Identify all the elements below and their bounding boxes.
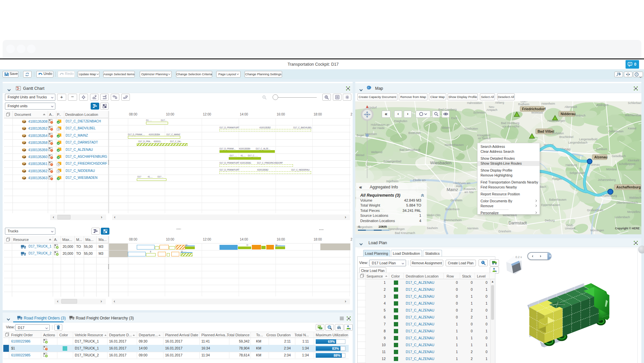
svg-text:Weisel: Weisel [356,153,364,157]
svg-text:Babenhausen: Babenhausen [549,198,567,201]
svg-text:Alzenau: Alzenau [594,155,607,159]
svg-text:Großostheim: Großostheim [587,209,603,212]
svg-text:Johannesberg: Johannesberg [598,178,616,182]
svg-text:Schlierbach: Schlierbach [628,101,641,105]
svg-text:Waldasch: Waldasch [629,196,641,199]
svg-text:der Haide: der Haide [372,126,385,130]
svg-text:Bad Schwalbach: Bad Schwalbach [399,148,421,151]
svg-text:Mömbris: Mömbris [606,168,617,171]
svg-text:Bad Vilbel: Bad Vilbel [538,129,554,133]
svg-text:am Mai: am Mai [464,190,474,194]
svg-text:Holzhausen an: Holzhausen an [371,123,390,126]
svg-text:Schmitten: Schmitten [473,111,486,114]
svg-text:Ingelheim: Ingelheim [386,180,398,183]
svg-text:Altenstadt: Altenstadt [565,105,577,109]
svg-text:Bad Homburg: Bad Homburg [501,121,519,125]
svg-text:Nieder-Olm: Nieder-Olm [426,214,440,217]
svg-text:Obern: Obern [639,189,641,193]
svg-text:Nierstein: Nierstein [467,227,479,230]
svg-text:Langenselbold: Langenselbold [579,138,598,141]
svg-text:Schöllkrippen: Schöllkrippen [619,162,635,166]
svg-text:Langendiebach: Langendiebach [568,141,587,144]
svg-text:Assenheim: Assenheim [541,102,555,105]
svg-text:Rodheim: Rodheim [518,103,529,106]
svg-text:Niedernhausen: Niedernhausen [445,143,464,147]
svg-text:Bogel: Bogel [357,134,364,137]
svg-text:Mespelbru: Mespelbru [627,210,640,214]
svg-text:Wächtersbach: Wächtersbach [625,114,641,117]
svg-text:Bad Kreuznach: Bad Kreuznach [395,231,415,234]
svg-text:Eltville am: Eltville am [413,179,426,182]
svg-text:Airberg: Airberg [495,101,504,104]
svg-text:Anspach: Anspach [486,108,497,112]
svg-text:Copyright © HERE: Copyright © HERE [615,227,640,230]
svg-text:X: X [320,327,322,329]
svg-text:Mommenheim: Mommenheim [444,218,462,222]
svg-text:Kleinkahl: Kleinkahl [628,159,639,162]
svg-text:Nidderau: Nidderau [561,112,576,116]
svg-text:Gelnhausen: Gelnhausen [608,130,624,133]
svg-text:Bodenheim: Bodenheim [445,208,459,211]
svg-text:Büdingen: Büdingen [597,103,608,107]
svg-text:Sprendlingen: Sprendlingen [388,227,405,231]
svg-text:Leidersbach: Leidersbach [615,215,630,219]
svg-text:Esch: Esch [451,116,457,120]
svg-text:vor der Höhe: vor der Höhe [502,125,519,128]
svg-text:Oberbessenbach: Oberbessenbach [617,201,638,204]
svg-text:Friedrichsdorf: Friedrichsdorf [522,107,546,111]
svg-text:Eppertshausen: Eppertshausen [541,203,560,207]
svg-text:Glashütten: Glashütten [464,127,478,130]
svg-text:Mömlingen: Mömlingen [590,229,604,232]
svg-text:Breithardt: Breithardt [408,131,421,135]
svg-text:Kassel: Kassel [628,127,636,130]
svg-text:Somborn: Somborn [596,148,607,151]
svg-text:Himbach: Himbach [574,114,586,117]
svg-text:Ginsheim: Ginsheim [451,199,462,202]
svg-text:Idstein: Idstein [442,126,450,129]
svg-text:Welterod: Welterod [371,150,382,154]
svg-text:Sauheim: Sauheim [427,226,438,230]
svg-text:Aschaffenburg: Aschaffenburg [616,185,641,189]
svg-text:Dieburg: Dieburg [545,219,555,222]
svg-text:Bruchköbel: Bruchköbel [559,135,573,139]
svg-text:Eisighofen: Eisighofen [394,119,407,123]
svg-text:Umstadt: Umstadt [565,227,575,230]
svg-text:Mainz: Mainz [447,187,458,192]
svg-text:Darmstadt: Darmstadt [509,221,527,225]
svg-text:Hahnstätten: Hahnstätten [467,101,482,105]
svg-text:Seligenstadt: Seligenstadt [570,171,585,175]
svg-text:Wiesbaden: Wiesbaden [430,160,452,165]
svg-text:im Taunus: im Taunus [478,137,491,140]
svg-text:Geiselbach: Geiselbach [612,154,626,158]
svg-text:Hei: Hei [639,167,641,170]
svg-text:Griesheim: Griesheim [498,230,511,233]
svg-text:?: ? [636,73,637,76]
svg-text:Schlangenbad: Schlangenbad [383,160,401,163]
svg-text:Hainburg: Hainburg [566,163,577,167]
